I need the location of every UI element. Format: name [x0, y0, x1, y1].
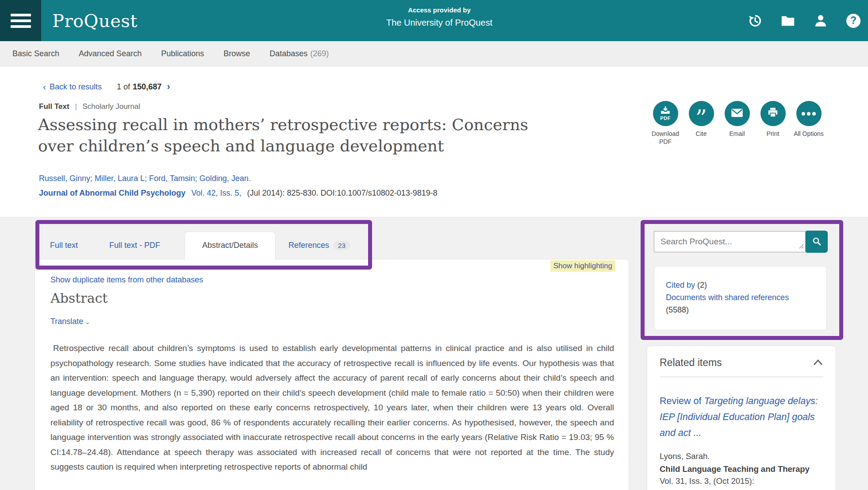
- back-to-results-link[interactable]: Back to results: [50, 82, 102, 92]
- author-links[interactable]: Russell, Ginny; Miller, Laura L; Ford, T…: [39, 174, 251, 183]
- printer-icon: [767, 108, 779, 120]
- access-provided-label: Access provided by: [351, 6, 528, 14]
- download-pdf-button[interactable]: PDF Download PDF: [649, 101, 681, 146]
- fulltext-flag: Full Text: [39, 102, 69, 111]
- nav-basic-search[interactable]: Basic Search: [12, 49, 59, 58]
- breadcrumb: ‹ Back to results 1 of 150,687 ›: [43, 81, 170, 93]
- show-duplicates-link[interactable]: Show duplicate items from other database…: [50, 275, 203, 285]
- quote-icon: ”: [695, 112, 707, 125]
- action-label: Print: [767, 130, 780, 138]
- history-icon[interactable]: [748, 13, 763, 28]
- folder-icon[interactable]: [780, 13, 795, 28]
- of-label: of: [123, 82, 130, 91]
- related-items-heading: Related items: [660, 357, 722, 369]
- cite-button[interactable]: ” Cite: [685, 101, 717, 146]
- result-total: 150,687: [133, 82, 161, 92]
- nav-databases-label: Databases: [269, 49, 307, 58]
- print-button[interactable]: Print: [757, 101, 789, 146]
- header-icon-bar: ?: [748, 0, 861, 41]
- nav-databases[interactable]: Databases(269): [269, 49, 329, 58]
- cited-by-row: Cited by (2): [666, 279, 818, 291]
- result-position: 1: [117, 82, 121, 91]
- next-result-icon[interactable]: ›: [167, 81, 170, 93]
- related-link-prefix: Review of: [660, 396, 704, 406]
- help-icon[interactable]: ?: [846, 13, 861, 28]
- divider: [660, 377, 823, 377]
- nav-publications[interactable]: Publications: [161, 49, 204, 58]
- show-highlighting-link[interactable]: Show highlighting: [550, 260, 615, 272]
- account-icon[interactable]: [813, 13, 828, 28]
- tab-full-text-pdf[interactable]: Full text - PDF: [109, 241, 160, 250]
- search-input[interactable]: [654, 231, 805, 252]
- nav-databases-count: (269): [310, 49, 329, 58]
- shared-references-count: (5588): [666, 304, 818, 316]
- pdf-icon-label: PDF: [660, 116, 671, 121]
- institution-name: The University of ProQuest: [351, 18, 528, 28]
- abstract-heading: Abstract: [50, 290, 108, 306]
- volume-issue-link[interactable]: Vol. 42, Iss. 5,: [191, 189, 241, 197]
- chevron-down-icon: ⌄: [85, 319, 90, 325]
- related-item-authors: Lyons, Sarah.: [660, 451, 823, 461]
- all-options-button[interactable]: All Options: [793, 101, 825, 146]
- search-icon: [811, 236, 822, 248]
- nav-browse[interactable]: Browse: [223, 49, 250, 58]
- document-title: Assessing recall in mothers’ retrospecti…: [38, 114, 547, 157]
- publication-line: Journal of Abnormal Child Psychology Vol…: [39, 189, 438, 198]
- related-item-link[interactable]: Review of Targeting language delays: IEP…: [660, 393, 823, 441]
- search-field-wrap: [654, 231, 806, 252]
- action-label: Email: [729, 130, 745, 138]
- action-label: Download PDF: [649, 130, 681, 146]
- related-pub-info: Vol. 31, Iss. 3, (Oct 2015):: [660, 476, 754, 486]
- document-actions: PDF Download PDF ” Cite Email: [649, 101, 825, 146]
- tab-references[interactable]: References23: [288, 241, 350, 250]
- related-journal-title: Child Language Teaching and Therapy: [660, 464, 810, 474]
- publication-details: (Jul 2014): 825-830. DOI:10.1007/s10802-…: [247, 189, 437, 197]
- references-count-badge: 23: [334, 241, 350, 250]
- app-header: ProQuest Access provided by The Universi…: [0, 0, 868, 41]
- tab-references-label: References: [288, 241, 329, 250]
- proquest-logo[interactable]: ProQuest: [52, 0, 138, 41]
- ellipsis-icon: [802, 112, 816, 116]
- source-type: Scholarly Journal: [83, 102, 140, 111]
- shared-references-link[interactable]: Documents with shared references: [666, 293, 789, 302]
- abstract-text: Retrospective recall about children’s sy…: [50, 341, 614, 475]
- translate-dropdown[interactable]: Translate⌄: [50, 317, 90, 326]
- journal-title-link[interactable]: Journal of Abnormal Child Psychology: [39, 189, 185, 197]
- related-item-publication: Child Language Teaching and Therapy Vol.…: [660, 463, 823, 490]
- related-pages: 393-394.: [660, 487, 823, 490]
- nav-advanced-search[interactable]: Advanced Search: [79, 49, 142, 58]
- email-button[interactable]: Email: [721, 101, 753, 146]
- document-type-row: Full Text | Scholarly Journal: [39, 102, 140, 111]
- access-provided-block: Access provided by The University of Pro…: [351, 6, 528, 28]
- resize-handle-icon[interactable]: [799, 243, 804, 251]
- search-button[interactable]: [806, 231, 828, 253]
- type-divider: |: [75, 102, 77, 111]
- citation-links-card: Cited by (2) Documents with shared refer…: [654, 266, 827, 330]
- back-chevron-icon: ‹: [43, 81, 46, 92]
- tab-abstract-details[interactable]: Abstract/Details: [184, 241, 276, 250]
- related-items-card: Related items Review of Targeting langua…: [647, 346, 836, 490]
- cited-by-link[interactable]: Cited by: [666, 281, 695, 289]
- abstract-details-panel: Show highlighting Show duplicate items f…: [35, 259, 629, 490]
- envelope-icon: [731, 108, 743, 120]
- cited-by-count: (2): [697, 281, 707, 289]
- tab-full-text[interactable]: Full text: [50, 241, 78, 250]
- translate-label: Translate: [50, 317, 83, 326]
- chevron-up-icon[interactable]: [813, 359, 823, 367]
- action-label: All Options: [794, 130, 824, 138]
- shared-references-row: Documents with shared references (5588): [666, 291, 818, 316]
- menu-icon[interactable]: [0, 0, 41, 41]
- action-label: Cite: [696, 130, 707, 138]
- main-nav: Basic Search Advanced Search Publication…: [0, 41, 868, 66]
